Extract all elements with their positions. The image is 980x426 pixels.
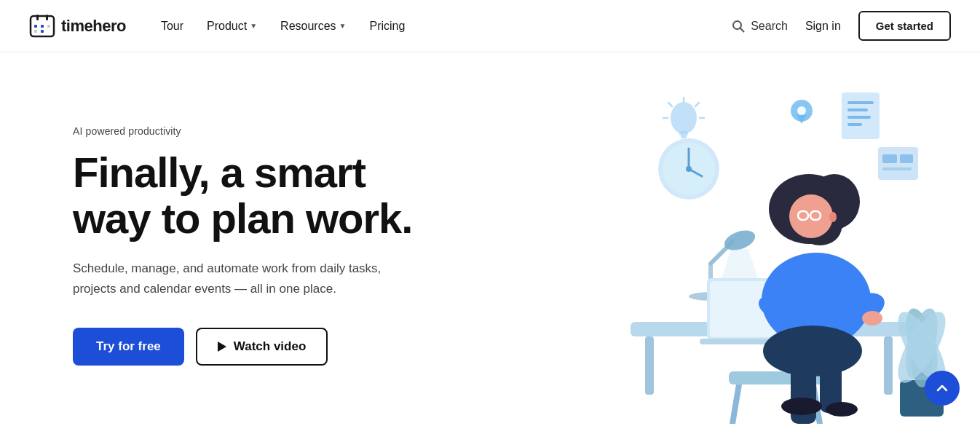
svg-line-40 — [729, 380, 740, 424]
watch-video-button[interactable]: Watch video — [196, 328, 328, 366]
svg-rect-4 — [41, 25, 44, 28]
svg-point-66 — [826, 402, 858, 417]
resources-chevron-icon: ▼ — [339, 22, 347, 30]
svg-rect-11 — [679, 131, 688, 135]
svg-line-9 — [740, 28, 744, 31]
svg-rect-7 — [41, 30, 44, 33]
logo-text: timehero — [61, 17, 126, 36]
chevron-up-icon — [935, 381, 949, 395]
svg-point-57 — [829, 212, 837, 222]
svg-rect-27 — [882, 154, 897, 163]
svg-rect-46 — [884, 336, 893, 395]
search-button[interactable]: Search — [732, 20, 788, 33]
nav-resources[interactable]: Resources ▼ — [280, 20, 346, 33]
hero-content: AI powered productivity Finally, a smart… — [73, 125, 412, 366]
scroll-top-button[interactable] — [925, 371, 960, 406]
svg-rect-22 — [847, 101, 874, 104]
svg-rect-26 — [878, 147, 918, 180]
search-icon — [732, 20, 745, 33]
svg-rect-12 — [681, 135, 687, 138]
nav-tour[interactable]: Tour — [161, 20, 183, 33]
svg-rect-24 — [847, 116, 871, 119]
product-chevron-icon: ▼ — [250, 22, 257, 30]
logo-link[interactable]: timehero — [29, 13, 126, 39]
svg-line-15 — [695, 103, 699, 106]
svg-point-20 — [797, 106, 806, 115]
nav-product[interactable]: Product ▼ — [207, 20, 257, 33]
hero-subtext: Schedule, manage, and automate work from… — [73, 259, 393, 298]
hero-illustration — [514, 52, 980, 424]
nav-links: Tour Product ▼ Resources ▼ Pricing — [161, 20, 732, 33]
nav-right: Search Sign in Get started — [732, 11, 951, 41]
nav-pricing[interactable]: Pricing — [369, 20, 405, 33]
hero-heading: Finally, a smart way to plan work. — [73, 150, 412, 241]
svg-rect-1 — [36, 15, 39, 20]
svg-point-34 — [686, 166, 692, 172]
svg-rect-25 — [847, 123, 862, 126]
play-icon — [218, 342, 226, 352]
navbar: timehero Tour Product ▼ Resources ▼ Pric… — [0, 0, 980, 52]
svg-line-14 — [668, 103, 672, 106]
svg-point-10 — [671, 102, 697, 134]
hero-buttons: Try for free Watch video — [73, 328, 412, 366]
svg-point-61 — [862, 311, 882, 326]
svg-rect-28 — [900, 154, 913, 163]
svg-point-65 — [781, 398, 822, 415]
hero-eyebrow: AI powered productivity — [73, 125, 412, 137]
svg-rect-6 — [34, 30, 37, 33]
svg-rect-23 — [847, 109, 868, 111]
svg-rect-29 — [882, 167, 912, 170]
try-for-free-button[interactable]: Try for free — [73, 328, 184, 366]
svg-rect-5 — [47, 25, 50, 28]
logo-icon — [29, 13, 55, 39]
hero-section: AI powered productivity Finally, a smart… — [0, 52, 980, 424]
svg-rect-3 — [34, 25, 37, 28]
svg-rect-45 — [645, 336, 654, 395]
signin-link[interactable]: Sign in — [805, 20, 841, 33]
svg-rect-2 — [46, 15, 48, 20]
getstarted-button[interactable]: Get started — [858, 11, 951, 41]
